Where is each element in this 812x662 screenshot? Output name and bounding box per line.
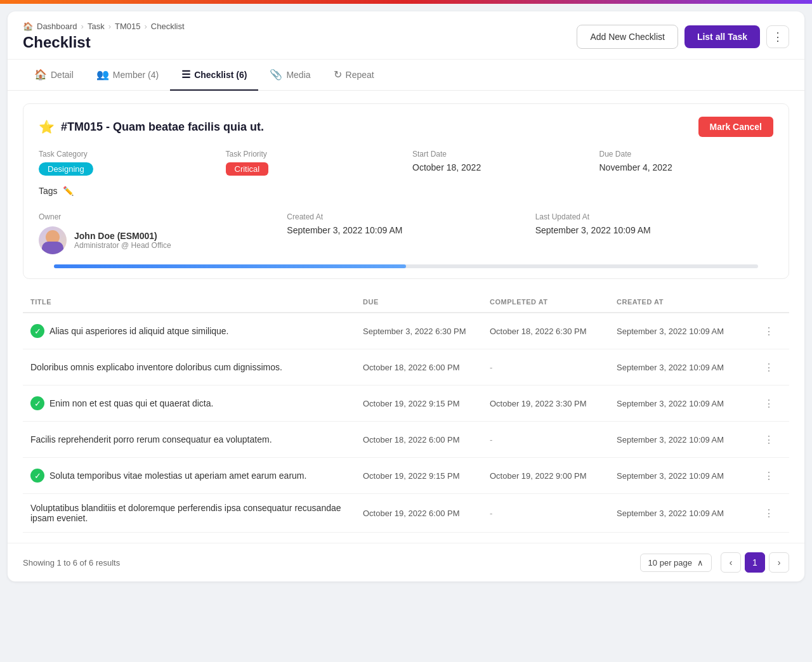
- tab-checklist-label: Checklist (6): [194, 70, 247, 80]
- row2-actions: ⋮: [756, 358, 782, 376]
- row6-due: October 19, 2022 6:00 PM: [363, 509, 490, 518]
- start-date-section: Start Date October 18, 2022: [412, 150, 587, 176]
- last-updated-label: Last Updated At: [535, 212, 773, 221]
- table-row: Doloribus omnis explicabo inventore dolo…: [23, 349, 789, 386]
- page-title: Checklist: [23, 34, 185, 51]
- row4-more-button[interactable]: ⋮: [760, 431, 778, 448]
- repeat-icon: ↻: [334, 68, 342, 81]
- created-at-value: September 3, 2022 10:09 AM: [287, 225, 525, 235]
- list-all-task-button[interactable]: List all Task: [684, 25, 760, 48]
- created-at-label: Created At: [287, 212, 525, 221]
- row2-created: September 3, 2022 10:09 AM: [617, 363, 756, 372]
- row1-title: ✓ Alias qui asperiores id aliquid atque …: [30, 324, 363, 338]
- task-category-label: Task Category: [39, 150, 213, 159]
- row4-due: October 18, 2022 6:00 PM: [363, 435, 490, 445]
- check-complete-icon: ✓: [30, 324, 44, 338]
- row5-completed: October 19, 2022 9:00 PM: [490, 471, 617, 481]
- avatar: [39, 226, 67, 254]
- table-row: ✓ Enim non et est quas qui et quaerat di…: [23, 386, 789, 422]
- breadcrumb-checklist: Checklist: [151, 22, 185, 31]
- tab-repeat[interactable]: ↻ Repeat: [322, 60, 386, 91]
- star-icon: ⭐: [39, 119, 55, 134]
- row1-due: September 3, 2022 6:30 PM: [363, 327, 490, 336]
- start-date-value: October 18, 2022: [412, 162, 587, 172]
- avatar-body: [42, 242, 63, 254]
- row2-title: Doloribus omnis explicabo inventore dolo…: [30, 362, 363, 372]
- owner-info: John Doe (ESM001) Administrator @ Head O…: [39, 226, 277, 254]
- row5-created: September 3, 2022 10:09 AM: [617, 471, 756, 481]
- tab-member[interactable]: 👥 Member (4): [85, 60, 170, 91]
- owner-section: Owner John Doe (ESM001) Administrator @ …: [39, 207, 773, 254]
- check-complete-icon: ✓: [30, 469, 44, 483]
- table-header: TITLE DUE COMPLETED AT CREATED AT: [23, 292, 789, 313]
- task-priority-label: Task Priority: [226, 150, 400, 159]
- table-row: ✓ Alias qui asperiores id aliquid atque …: [23, 313, 789, 349]
- breadcrumb-task[interactable]: Task: [88, 22, 105, 31]
- row1-more-button[interactable]: ⋮: [760, 322, 778, 340]
- tab-detail[interactable]: 🏠 Detail: [23, 60, 85, 91]
- row4-created: September 3, 2022 10:09 AM: [617, 435, 756, 445]
- start-date-label: Start Date: [412, 150, 587, 159]
- row3-due: October 19, 2022 9:15 PM: [363, 399, 490, 408]
- breadcrumb-home-icon: 🏠: [23, 22, 33, 31]
- col-actions: [756, 298, 782, 306]
- row6-actions: ⋮: [756, 504, 782, 522]
- row6-title: Voluptatibus blanditiis et doloremque pe…: [30, 503, 363, 523]
- more-options-button[interactable]: ⋮: [766, 25, 789, 48]
- main-container: 🏠 Dashboard › Task › TM015 › Checklist C…: [8, 11, 804, 581]
- task-card: ⭐ #TM015 - Quam beatae facilis quia ut. …: [23, 103, 789, 279]
- page-1-button[interactable]: 1: [745, 552, 765, 573]
- row5-more-button[interactable]: ⋮: [760, 467, 778, 484]
- table-row: Facilis reprehenderit porro rerum conseq…: [23, 422, 789, 458]
- col-due: DUE: [363, 298, 490, 306]
- members-icon: 👥: [96, 68, 109, 81]
- table-row: Voluptatibus blanditiis et doloremque pe…: [23, 494, 789, 533]
- tab-detail-label: Detail: [51, 70, 74, 80]
- breadcrumb-dashboard[interactable]: Dashboard: [37, 22, 77, 31]
- row3-more-button[interactable]: ⋮: [760, 394, 778, 412]
- last-updated-column: Last Updated At September 3, 2022 10:09 …: [535, 212, 773, 254]
- task-meta-grid: Task Category Designing Task Priority Cr…: [39, 150, 773, 176]
- row3-completed: October 19, 2022 3:30 PM: [490, 399, 617, 408]
- row5-title: ✓ Soluta temporibus vitae molestias ut a…: [30, 469, 363, 483]
- per-page-label: 10 per page: [648, 558, 692, 568]
- row1-completed: October 18, 2022 6:30 PM: [490, 327, 617, 336]
- table-footer: Showing 1 to 6 of 6 results 10 per page …: [8, 543, 804, 581]
- top-gradient-bar: [0, 0, 812, 4]
- prev-page-button[interactable]: ‹: [721, 552, 741, 573]
- col-completed: COMPLETED AT: [490, 298, 617, 306]
- row6-completed: -: [490, 509, 617, 518]
- breadcrumb-tm015[interactable]: TM015: [115, 22, 140, 31]
- col-created: CREATED AT: [617, 298, 756, 306]
- last-updated-value: September 3, 2022 10:09 AM: [535, 225, 773, 235]
- tab-media-label: Media: [286, 70, 310, 80]
- tags-label: Tags: [39, 186, 58, 196]
- due-date-value: November 4, 2022: [599, 162, 774, 172]
- tab-checklist[interactable]: ☰ Checklist (6): [170, 60, 258, 91]
- next-page-button[interactable]: ›: [769, 552, 789, 573]
- col-title: TITLE: [30, 298, 363, 306]
- per-page-selector[interactable]: 10 per page ∧: [640, 554, 712, 572]
- task-priority-section: Task Priority Critical: [226, 150, 400, 176]
- check-complete-icon: ✓: [30, 396, 44, 410]
- task-id-title: #TM015 - Quam beatae facilis quia ut.: [61, 120, 264, 134]
- per-page-chevron: ∧: [697, 558, 704, 568]
- owner-column: Owner John Doe (ESM001) Administrator @ …: [39, 212, 277, 254]
- tab-media[interactable]: 📎 Media: [258, 60, 322, 91]
- edit-tags-icon[interactable]: ✏️: [63, 186, 74, 196]
- row4-title: Facilis reprehenderit porro rerum conseq…: [30, 434, 363, 445]
- row2-more-button[interactable]: ⋮: [760, 358, 778, 376]
- header-actions: Add New Checklist List all Task ⋮: [577, 25, 789, 49]
- checklist-icon: ☰: [181, 68, 190, 81]
- progress-bar-container: [54, 264, 758, 268]
- tags-row: Tags ✏️: [39, 186, 773, 196]
- row6-more-button[interactable]: ⋮: [760, 504, 778, 522]
- add-new-checklist-button[interactable]: Add New Checklist: [577, 25, 678, 49]
- row4-actions: ⋮: [756, 431, 782, 448]
- row2-due: October 18, 2022 6:00 PM: [363, 363, 490, 372]
- task-card-header: ⭐ #TM015 - Quam beatae facilis quia ut. …: [39, 117, 773, 137]
- breadcrumb: 🏠 Dashboard › Task › TM015 › Checklist: [23, 22, 185, 31]
- mark-cancel-button[interactable]: Mark Cancel: [698, 117, 773, 137]
- row1-created: September 3, 2022 10:09 AM: [617, 327, 756, 336]
- row5-due: October 19, 2022 9:15 PM: [363, 471, 490, 481]
